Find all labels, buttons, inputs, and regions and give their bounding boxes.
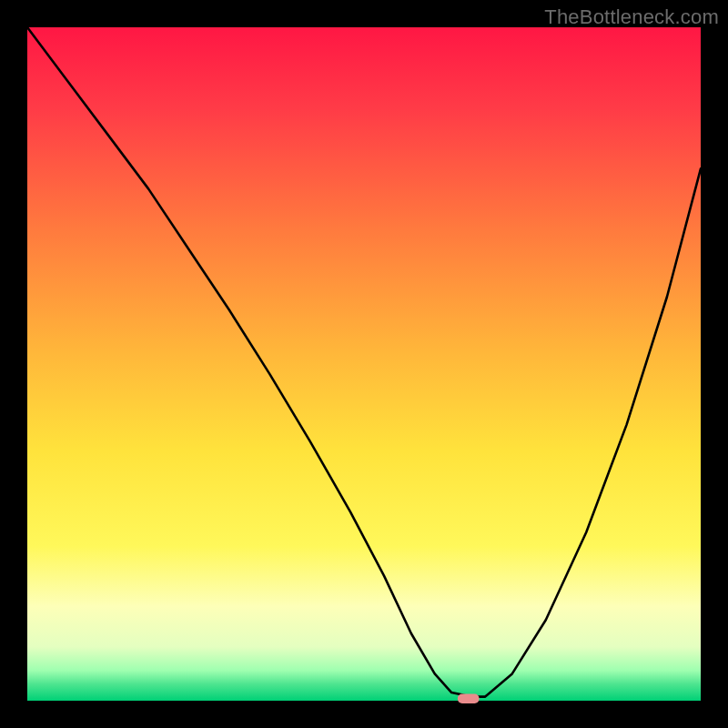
- plot-background: [27, 27, 701, 701]
- optimum-marker: [458, 694, 480, 703]
- chart-frame: TheBottleneck.com: [0, 0, 728, 728]
- bottleneck-chart: [0, 0, 728, 728]
